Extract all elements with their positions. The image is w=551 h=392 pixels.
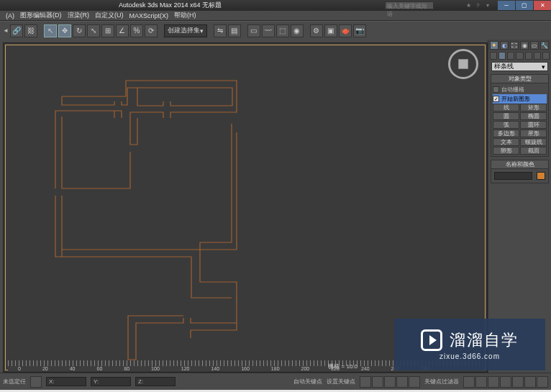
star-icon[interactable]: ★: [466, 2, 473, 9]
play-button[interactable]: [384, 376, 396, 388]
menu-maxscript[interactable]: MAXScript(X): [127, 12, 172, 19]
unlink-button[interactable]: ⛓: [24, 24, 37, 37]
cameras-cat[interactable]: [516, 52, 523, 60]
select-scale-button[interactable]: ⤡: [87, 24, 100, 37]
autokey-label[interactable]: 自动关键点: [293, 378, 322, 386]
schematic-button[interactable]: ⬚: [276, 24, 289, 37]
spinner-icon: ⟳: [148, 27, 154, 35]
align-button[interactable]: ▤: [228, 24, 241, 37]
menu-customize[interactable]: 自定义(U): [92, 11, 127, 20]
render-prod-button[interactable]: 📷: [353, 24, 366, 37]
snap-button[interactable]: ⊞: [101, 24, 114, 37]
goto-start-button[interactable]: [360, 376, 371, 388]
geometry-cat[interactable]: [490, 52, 497, 60]
curve-icon: 〰: [265, 27, 272, 35]
shapes-cat[interactable]: [498, 52, 506, 60]
text-button[interactable]: 文本: [493, 138, 519, 146]
close-button[interactable]: ✕: [534, 1, 551, 10]
z-field[interactable]: Z:: [135, 377, 176, 386]
line-button[interactable]: 线: [493, 104, 519, 111]
maximize-button[interactable]: ▢: [516, 1, 533, 10]
select-button[interactable]: ↖: [44, 24, 57, 37]
menu-help[interactable]: 帮助(H): [171, 11, 199, 20]
systems-cat[interactable]: [542, 52, 550, 60]
start-new-shape-row[interactable]: ✓ 开始新图形: [493, 94, 547, 104]
search-input[interactable]: 输入关键字或短语: [385, 1, 434, 9]
star-button[interactable]: 星形: [520, 129, 547, 137]
egg-button[interactable]: 卵形: [493, 147, 519, 155]
layers-button[interactable]: ▭: [247, 24, 260, 37]
selection-set-dropdown[interactable]: 创建选择集▾: [164, 24, 207, 37]
prev-frame-button[interactable]: [372, 376, 383, 388]
autogrid-row[interactable]: 自动栅格: [493, 85, 547, 94]
system-icons: ★ ? ▾: [466, 2, 493, 9]
autogrid-checkbox[interactable]: [493, 86, 499, 93]
zoom-extents-button[interactable]: [500, 376, 511, 388]
percent-snap-button[interactable]: %: [130, 24, 143, 37]
create-tab[interactable]: ✦: [490, 41, 498, 50]
next-frame-button[interactable]: [396, 376, 408, 388]
circle-button[interactable]: 圆: [493, 112, 519, 120]
link-button[interactable]: 🔗: [10, 24, 23, 37]
display-tab[interactable]: ▭: [530, 41, 539, 50]
helpers-cat[interactable]: [525, 52, 532, 60]
play-logo-icon: [421, 329, 442, 351]
section-button[interactable]: 截面: [520, 147, 547, 155]
start-new-checkbox[interactable]: ✓: [493, 96, 499, 102]
hierarchy-tab[interactable]: ⛶: [510, 41, 519, 50]
spinner-snap-button[interactable]: ⟳: [145, 24, 158, 37]
lock-button[interactable]: [30, 376, 42, 388]
mirror-button[interactable]: ⇋: [214, 24, 227, 37]
arc-button[interactable]: 弧: [493, 121, 519, 129]
object-name-input[interactable]: [494, 172, 532, 180]
zoom-button[interactable]: [475, 376, 487, 388]
donut-button[interactable]: 圆环: [520, 121, 547, 129]
motion-tab[interactable]: ◉: [520, 41, 529, 50]
name-color-header[interactable]: 名称和颜色: [491, 160, 548, 169]
x-field[interactable]: X:: [46, 377, 86, 386]
toolbar-left-arrow-icon[interactable]: ◄: [3, 27, 9, 34]
y-field[interactable]: Y:: [91, 377, 131, 386]
goto-end-button[interactable]: [409, 376, 420, 388]
select-rotate-button[interactable]: ↻: [73, 24, 86, 37]
percent-icon: %: [133, 27, 140, 35]
viewcube[interactable]: [448, 49, 478, 79]
orbit-button[interactable]: [524, 376, 536, 388]
name-color-rollout: 名称和颜色: [491, 160, 549, 183]
object-type-header[interactable]: 对象类型: [491, 75, 548, 83]
ellipse-button[interactable]: 椭圆: [520, 112, 547, 120]
statusbar: 未选定任 X: Y: Z: 自动关键点 设置关键点 关键点过滤器: [0, 373, 551, 390]
fov-button[interactable]: [512, 376, 524, 388]
spacewarps-cat[interactable]: [534, 52, 541, 60]
help-icon[interactable]: ▾: [486, 2, 493, 9]
select-move-button[interactable]: ✥: [58, 24, 71, 37]
render-frame-button[interactable]: ▣: [324, 24, 337, 37]
rectangle-button[interactable]: 矩形: [520, 104, 547, 111]
keyfilter-label[interactable]: 关键点过滤器: [424, 378, 459, 386]
material-button[interactable]: ◉: [291, 24, 304, 37]
pan-button[interactable]: [463, 376, 475, 388]
object-color-swatch[interactable]: [537, 172, 545, 180]
zoom-all-button[interactable]: [488, 376, 499, 388]
teapot-icon: 🫖: [341, 27, 350, 35]
menu-graph-editor[interactable]: 图形编辑器(D): [17, 11, 65, 20]
menu-a[interactable]: (A): [3, 12, 17, 19]
curve-editor-button[interactable]: 〰: [262, 24, 275, 37]
helix-button[interactable]: 螺旋线: [520, 138, 547, 146]
ngon-button[interactable]: 多边形: [493, 129, 519, 137]
maximize-vp-button[interactable]: [537, 376, 548, 388]
watermark-overlay: 溜溜自学 zixue.3d66.com: [394, 319, 545, 370]
render-button[interactable]: 🫖: [339, 24, 352, 37]
shape-type-dropdown[interactable]: 样条线▾: [491, 62, 548, 71]
info-icon[interactable]: ?: [476, 2, 483, 9]
modify-tab[interactable]: ◐: [500, 41, 509, 50]
menu-render[interactable]: 渲染(R): [65, 11, 93, 20]
minimize-button[interactable]: ─: [498, 1, 515, 10]
angle-snap-button[interactable]: ∠: [116, 24, 129, 37]
setkey-label[interactable]: 设置关键点: [327, 378, 355, 386]
start-new-label: 开始新图形: [501, 95, 530, 103]
render-setup-button[interactable]: ⚙: [310, 24, 323, 37]
utilities-tab[interactable]: 🔧: [540, 41, 549, 50]
lights-cat[interactable]: [507, 52, 514, 60]
grid-status: 栅格 = 10.0: [328, 363, 358, 370]
